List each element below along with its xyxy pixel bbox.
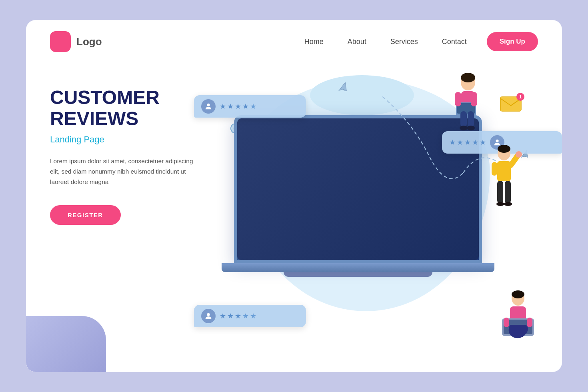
review-avatar-2 bbox=[201, 309, 216, 323]
person-bottom-figure bbox=[494, 290, 542, 343]
nav-home[interactable]: Home bbox=[304, 38, 324, 46]
hero-title: CUSTOMER REVIEWS bbox=[50, 87, 218, 130]
svg-rect-21 bbox=[492, 162, 497, 176]
signup-button[interactable]: Sign Up bbox=[487, 32, 538, 51]
logo-icon bbox=[50, 31, 71, 52]
review-bubble-2: ★ ★ ★ ★ ★ bbox=[194, 305, 306, 327]
svg-rect-12 bbox=[471, 92, 477, 106]
svg-rect-32 bbox=[504, 318, 509, 327]
review-avatar-1 bbox=[201, 99, 216, 114]
hero-subtitle: Landing Page bbox=[50, 134, 218, 145]
person-mid-figure bbox=[486, 143, 522, 225]
mail-badge: 1 bbox=[516, 93, 524, 101]
landing-page-card: Logo Home About Services Contact Sign Up… bbox=[26, 20, 562, 372]
svg-rect-13 bbox=[460, 111, 467, 127]
star-2: ★ bbox=[457, 138, 463, 147]
review-stars-3: ★ ★ ★ ★ ★ bbox=[449, 138, 486, 147]
svg-point-24 bbox=[496, 202, 504, 206]
star-5: ★ bbox=[250, 312, 256, 320]
star-4: ★ bbox=[472, 138, 478, 147]
star-4: ★ bbox=[242, 102, 249, 111]
svg-point-26 bbox=[516, 151, 522, 158]
svg-point-16 bbox=[467, 126, 475, 130]
star-3: ★ bbox=[464, 138, 471, 147]
hero-left: CUSTOMER REVIEWS Landing Page Lorem ipsu… bbox=[50, 71, 218, 225]
register-button[interactable]: REGISTER bbox=[50, 205, 121, 225]
svg-point-4 bbox=[207, 313, 210, 316]
svg-point-25 bbox=[504, 202, 512, 206]
review-bubble-1: ★ ★ ★ ★ ★ bbox=[194, 95, 306, 118]
svg-point-5 bbox=[496, 140, 498, 142]
nav-links: Home About Services Contact bbox=[304, 38, 467, 46]
svg-point-28 bbox=[512, 290, 524, 298]
mail-icon-wrapper: 1 bbox=[500, 95, 522, 113]
review-stars-1: ★ ★ ★ ★ ★ bbox=[220, 102, 256, 111]
svg-rect-14 bbox=[468, 111, 474, 127]
svg-rect-11 bbox=[455, 92, 461, 106]
svg-rect-23 bbox=[505, 181, 511, 203]
hero-section: CUSTOMER REVIEWS Landing Page Lorem ipsu… bbox=[26, 63, 562, 371]
laptop-base bbox=[222, 263, 494, 272]
star-2: ★ bbox=[227, 312, 234, 320]
background-blob-top bbox=[310, 75, 414, 115]
svg-rect-22 bbox=[497, 181, 503, 203]
star-5: ★ bbox=[480, 138, 486, 147]
svg-point-18 bbox=[498, 145, 510, 153]
navbar: Logo Home About Services Contact Sign Up bbox=[26, 20, 562, 63]
laptop-foot bbox=[284, 272, 432, 277]
star-2: ★ bbox=[227, 102, 234, 111]
nav-contact[interactable]: Contact bbox=[442, 38, 467, 46]
star-3: ★ bbox=[235, 312, 241, 320]
logo-wrap: Logo bbox=[50, 31, 102, 52]
svg-point-3 bbox=[207, 104, 210, 106]
svg-point-7 bbox=[461, 73, 475, 82]
star-4: ★ bbox=[242, 312, 249, 320]
hero-description: Lorem ipsum dolor sit amet, consectetuer… bbox=[50, 156, 202, 188]
star-5: ★ bbox=[250, 102, 256, 111]
svg-rect-33 bbox=[527, 318, 532, 327]
logo-text: Logo bbox=[76, 36, 102, 48]
star-1: ★ bbox=[220, 102, 226, 111]
star-1: ★ bbox=[449, 138, 456, 147]
nav-services[interactable]: Services bbox=[390, 38, 418, 46]
star-3: ★ bbox=[235, 102, 241, 111]
star-1: ★ bbox=[220, 312, 226, 320]
svg-point-15 bbox=[460, 126, 468, 130]
hero-illustration: 1 bbox=[210, 71, 538, 351]
review-stars-2: ★ ★ ★ ★ ★ bbox=[220, 312, 256, 320]
person-top-figure bbox=[446, 71, 486, 135]
nav-about[interactable]: About bbox=[348, 38, 366, 46]
